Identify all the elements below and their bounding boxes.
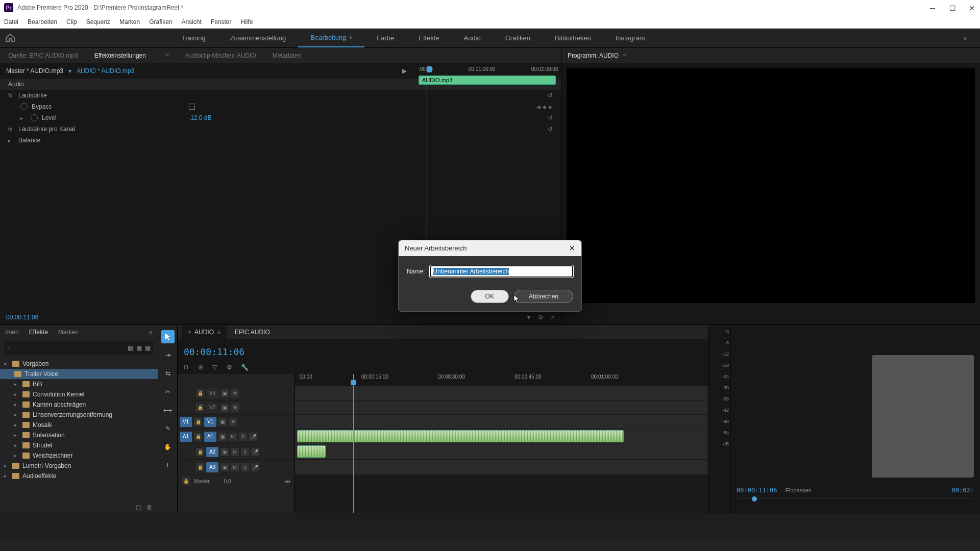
ripple-edit-tool[interactable]: ⇆ [161,367,175,380]
track-header-v3[interactable]: 🔒V3▣👁 [178,386,295,400]
dialog-close-icon[interactable]: ✕ [569,243,575,253]
track-a3[interactable] [295,460,708,475]
track-v1[interactable] [295,415,708,429]
workspace-training[interactable]: Training [169,29,217,47]
tree-folder-mosaik[interactable]: ▸Mosaik [0,420,158,430]
track-v3[interactable] [295,386,708,400]
source-clip-link[interactable]: AUDIO * AUDIO.mp3 [77,67,134,74]
minimize-button[interactable]: ─ [930,4,937,11]
menu-marken[interactable]: Marken [119,18,140,26]
preset-icon[interactable]: ▦ [136,344,142,352]
sequence-tab-audio[interactable]: ×AUDIO≡ [182,325,227,339]
stopwatch-icon[interactable] [20,103,28,110]
chevron-down-icon[interactable]: ▼ [67,68,72,74]
tab-onen[interactable]: onen [5,329,19,336]
menu-hilfe[interactable]: Hilfe [241,18,253,26]
tree-folder-weichzeichner[interactable]: ▸Weichzeichner [0,450,158,461]
tree-folder-solarisation[interactable]: ▸Solarisation [0,430,158,440]
level-value[interactable]: -12,0 dB [188,114,211,121]
export-icon[interactable]: ↗ [550,314,555,321]
selection-tool[interactable] [161,330,175,343]
reset-icon[interactable]: ↺ [548,92,553,99]
hand-tool[interactable]: ✋ [161,440,175,454]
tab-effects[interactable]: Effekte [29,329,48,336]
workspace-grafiken[interactable]: Grafiken [493,29,543,47]
track-v2[interactable] [295,400,708,415]
workspace-effekte[interactable]: Effekte [406,29,451,47]
tree-folder-linsen[interactable]: ▸Linsenverzerrungsentfernung [0,410,158,420]
scrubber-handle[interactable] [752,496,757,502]
ok-button[interactable]: OK [471,290,509,303]
master-track-header[interactable]: 🔒Master0,0⏮ [178,475,295,487]
tab-menu-icon[interactable]: ≡ [217,329,220,336]
stopwatch-icon[interactable] [31,114,38,121]
close-button[interactable]: ✕ [969,4,976,11]
tree-folder-bib[interactable]: ▸BiB [0,379,158,389]
menu-bearbeiten[interactable]: Bearbeiten [28,18,57,26]
cancel-button[interactable]: Abbrechen [514,290,573,303]
track-a1[interactable] [295,429,708,444]
twirl-icon[interactable]: ▸ [8,138,14,143]
preset-icon[interactable]: ▦ [128,344,133,352]
track-a2[interactable] [295,444,708,460]
wrench-icon[interactable]: 🔧 [241,364,249,371]
program-scrubber[interactable] [737,498,974,508]
type-tool[interactable]: T [161,459,175,472]
prev-keyframe-icon[interactable]: ◀ [536,104,541,110]
menu-ansicht[interactable]: Ansicht [181,18,201,26]
timeline-ruler[interactable]: :00:00 00:00:15:00 00:00:30:00 00:00:45:… [295,374,708,386]
tree-folder-vorgaben[interactable]: ▾Vorgaben [0,359,158,369]
track-header-a1[interactable]: A1🔒A1▣MS🎤 [178,429,295,444]
delete-icon[interactable]: 🗑 [146,504,153,511]
param-volume[interactable]: Lautstärke [18,92,47,99]
tree-folder-trailer-voice[interactable]: Trailer Voice [0,369,158,379]
next-keyframe-icon[interactable]: ▶ [549,104,553,110]
panel-overflow-icon[interactable]: » [149,329,153,336]
tab-menu-icon[interactable]: ≡ [163,48,171,63]
sequence-tab-epic-audio[interactable]: EPIC AUDIO [229,325,276,339]
zoom-fit-dropdown[interactable]: Einpassen [785,487,811,493]
effect-timecode[interactable]: 00:00:11:06 [6,314,38,321]
tab-source[interactable]: Quelle: EPIC AUDIO.mp3 [6,48,80,63]
track-header-a2[interactable]: 🔒A2▣MS🎤 [178,444,295,460]
effects-search[interactable]: ⌕ ▦ ▦ ▦ [4,341,154,355]
timeline-timecode[interactable]: 00:00:11:06 [184,346,244,357]
track-header-v2[interactable]: 🔒V2▣👁 [178,400,295,415]
new-bin-icon[interactable]: ▢ [136,504,141,511]
track-select-tool[interactable]: ⇥ [161,348,175,362]
menu-datei[interactable]: Datei [4,18,18,26]
tab-markers[interactable]: Marken [58,329,79,336]
workspace-name-input[interactable] [430,265,573,278]
tab-audio-mixer[interactable]: Audioclip-Mischer: AUDIO [183,48,258,63]
filter-icon[interactable]: ▼ [526,314,532,321]
bypass-checkbox[interactable] [189,104,195,110]
tree-folder-strudel[interactable]: ▸Strudel [0,440,158,450]
workspace-zusammenstellung[interactable]: Zusammenstellung [217,29,298,47]
close-icon[interactable]: × [188,329,191,336]
track-header-v1[interactable]: V1🔒V1▣👁 [178,415,295,429]
slip-tool[interactable]: ⟷ [161,404,175,417]
menu-grafiken[interactable]: Grafiken [149,18,172,26]
timeline-playhead[interactable] [353,374,354,513]
linked-selection-icon[interactable]: ⊗ [198,364,206,371]
home-icon[interactable] [5,34,16,43]
program-viewer[interactable] [567,68,975,303]
razor-tool[interactable]: ✂ [161,385,175,398]
audio-clip-a2[interactable] [297,445,326,458]
tab-effect-controls[interactable]: Effekteinstellungen [92,48,148,63]
menu-clip[interactable]: Clip [66,18,77,26]
tab-metadata[interactable]: Metadaten [271,48,304,63]
pen-tool[interactable]: ✎ [161,422,175,435]
tree-folder-audioeffekte[interactable]: ▸Audioeffekte [0,471,158,481]
wrench-icon[interactable]: ⚙ [538,314,544,321]
track-header-a3[interactable]: 🔒A3▣MS🎤 [178,460,295,475]
workspace-bearbeitung[interactable]: Bearbeitung≡ [298,29,364,47]
workspace-menu-icon[interactable]: ≡ [349,35,352,40]
settings-icon[interactable]: ⚙ [227,364,235,371]
mini-clip[interactable]: AUDIO.mp3 [419,76,556,85]
workspace-audio[interactable]: Audio [451,29,493,47]
workspace-farbe[interactable]: Farbe [364,29,406,47]
maximize-button[interactable]: ☐ [949,4,957,11]
fx-toggle-icon[interactable]: fx [8,127,14,132]
menu-fenster[interactable]: Fenster [211,18,232,26]
